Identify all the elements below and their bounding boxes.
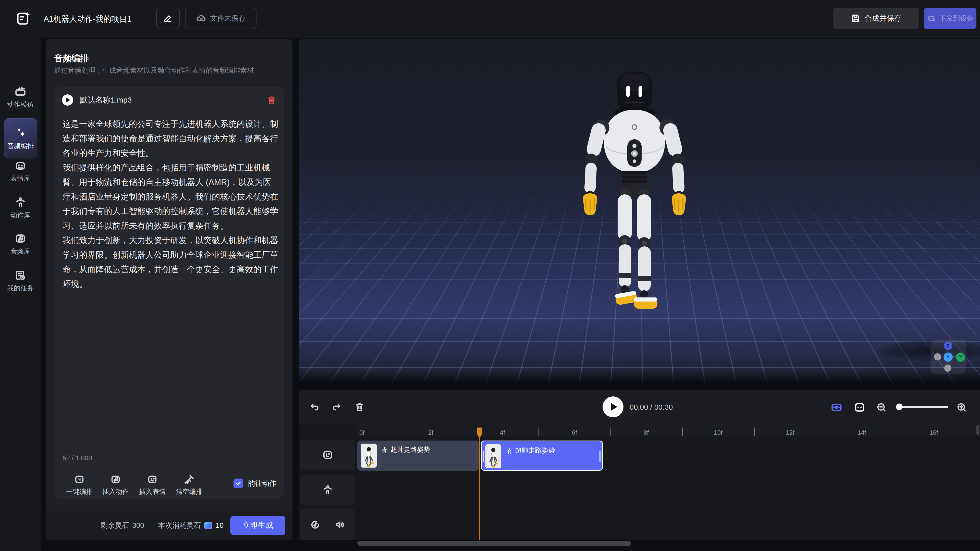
playhead-line[interactable] xyxy=(479,428,480,540)
gizmo-x-axis[interactable]: X xyxy=(956,353,965,362)
clear-arrange-button[interactable]: 清空编排 xyxy=(176,474,202,496)
player-bar: 00:00 / 00:30 xyxy=(299,390,980,424)
rhythm-motion-toggle[interactable]: 韵律动作 xyxy=(234,478,277,488)
robot-3d-viewport[interactable]: Z Y X xyxy=(299,39,980,389)
insert-expression-button[interactable]: 插入表情 xyxy=(139,474,165,496)
cloud-x-icon xyxy=(196,13,207,24)
sidebar-item-audio-arrange[interactable]: 音频编排 xyxy=(4,118,37,159)
expression-track-header[interactable] xyxy=(300,440,355,470)
gizmo-neg-x-axis[interactable] xyxy=(934,353,941,360)
ruler-label: 2f xyxy=(428,429,433,436)
script-paragraph: 我们提供样化的产品组合，包括用于精密制造的工业机械臂、用于物流和仓储的自主移动机… xyxy=(62,160,278,233)
panel-title: 音频编排 xyxy=(54,52,89,64)
sidebar-item-motion-mimic[interactable]: 动作模仿 xyxy=(0,86,41,109)
timeline-v-scrollbar[interactable] xyxy=(977,425,979,435)
undo-icon[interactable] xyxy=(310,402,320,412)
app-logo-icon xyxy=(16,11,32,27)
rhythm-disc-icon xyxy=(310,519,321,530)
ruler-tick xyxy=(611,427,611,436)
horizontal-fit-icon[interactable] xyxy=(854,402,865,413)
slider-knob[interactable] xyxy=(896,403,903,410)
timeline-clip-selected[interactable]: 超帅走路姿势 xyxy=(481,441,603,471)
clip-label-row: 超帅走路姿势 xyxy=(505,446,555,455)
ruler-label: 6f xyxy=(572,429,577,436)
ruler-label: 8f xyxy=(644,429,649,436)
cost-stones-label: 本次消耗灵石 xyxy=(158,521,201,530)
script-text[interactable]: 这是一家全球领先的公司专注于先进机器人系统的设计、制造和部署我们的使命是通过智能… xyxy=(62,117,278,291)
zoom-in-icon[interactable] xyxy=(956,402,967,413)
clip-trim-handle-left[interactable] xyxy=(484,451,484,462)
orientation-gizmo[interactable]: Z Y X xyxy=(931,340,966,374)
motion-track-header[interactable] xyxy=(300,475,355,505)
ruler-tick xyxy=(538,427,539,436)
ruler-label: 12f xyxy=(786,429,794,436)
clip-trim-handle-right[interactable] xyxy=(600,451,600,462)
one-key-arrange-button[interactable]: AI 一键编排 xyxy=(66,474,93,496)
timeline-ruler[interactable]: 0f 2f 4f 6f 8f 10f 12f 14f 16f xyxy=(356,424,980,437)
fit-clip-icon[interactable] xyxy=(831,402,842,413)
check-icon xyxy=(235,480,242,487)
broom-icon xyxy=(184,474,194,485)
clip-thumbnail-image xyxy=(485,445,501,468)
timeline-clip[interactable]: 超帅走路姿势 xyxy=(357,441,479,471)
timeline-h-scrollbar[interactable] xyxy=(357,541,631,546)
ruler-tick xyxy=(970,427,970,436)
panel-subtitle: 通过音频处理，生成音频素材以及融合动作和表情的音频编排素材 xyxy=(54,66,279,75)
floor-reflection-band xyxy=(299,371,980,389)
gizmo-neg-z-axis[interactable] xyxy=(944,365,951,372)
person-arms-out-icon xyxy=(322,484,333,495)
playhead-marker[interactable] xyxy=(476,427,483,439)
timeline-zoom-slider[interactable] xyxy=(897,406,948,408)
remaining-stones-label: 剩余灵石 xyxy=(100,521,129,530)
insert-motion-button[interactable]: 插入动作 xyxy=(102,474,129,496)
sidebar-item-motion-library[interactable]: 动作库 xyxy=(0,197,41,220)
clip-thumbnail xyxy=(361,444,377,468)
gizmo-z-axis[interactable]: Z xyxy=(944,341,953,350)
sidebar-item-audio-library[interactable]: 音频库 xyxy=(0,233,41,256)
insert-motion-icon xyxy=(110,474,121,485)
audio-play-button[interactable] xyxy=(62,94,73,106)
audio-track-header[interactable] xyxy=(300,510,355,540)
person-icon xyxy=(14,197,26,208)
action-label: 插入动作 xyxy=(102,487,129,496)
ruler-tick xyxy=(754,427,755,436)
redo-icon[interactable] xyxy=(331,402,342,412)
char-counter: 52 / 1,000 xyxy=(62,454,92,462)
walking-person-icon xyxy=(381,446,388,453)
action-label: 清空编排 xyxy=(176,487,202,496)
music-box-icon xyxy=(14,233,26,245)
rename-project-button[interactable] xyxy=(156,8,180,29)
remaining-stones-value: 300 xyxy=(132,521,144,530)
clip-label: 超帅走路姿势 xyxy=(515,446,555,455)
generate-footer: 剩余灵石 300 本次消耗灵石 10 立即生成 xyxy=(46,511,293,540)
gizmo-y-axis[interactable]: Y xyxy=(943,353,953,362)
play-icon xyxy=(66,98,70,102)
deploy-to-device-button[interactable]: 下发到设备 xyxy=(924,8,977,29)
ai-icon: AI xyxy=(74,474,85,485)
sidebar-item-label: 我的任务 xyxy=(7,284,34,292)
audio-arrange-panel: 音频编排 通过音频处理，生成音频素材以及融合动作和表情的音频编排素材 默认名称1… xyxy=(46,39,293,511)
ruler-label: 0f xyxy=(360,429,364,436)
ruler-tick xyxy=(467,427,467,436)
sidebar-item-my-tasks[interactable]: 我的任务 xyxy=(0,269,41,292)
generate-now-button[interactable]: 立即生成 xyxy=(230,516,285,535)
face-wink-icon xyxy=(322,449,333,460)
play-button[interactable] xyxy=(603,396,624,417)
pencil-icon xyxy=(163,14,172,23)
speaker-icon xyxy=(334,519,346,530)
delete-clip-icon[interactable] xyxy=(354,402,365,412)
synthesize-save-label: 合成并保存 xyxy=(865,13,902,24)
sidebar-item-label: 表情库 xyxy=(11,174,30,183)
delete-audio-icon[interactable] xyxy=(267,95,277,105)
ruler-tick xyxy=(826,427,826,436)
rhythm-checkbox[interactable] xyxy=(234,478,243,488)
file-save-status[interactable]: 文件未保存 xyxy=(185,8,256,29)
svg-text:AI: AI xyxy=(78,478,81,482)
ruler-tick xyxy=(395,427,395,436)
ruler-tick xyxy=(898,427,898,436)
zoom-out-icon[interactable] xyxy=(876,402,887,413)
synthesize-save-button[interactable]: 合成并保存 xyxy=(833,8,919,29)
sidebar-item-expression-library[interactable]: 表情库 xyxy=(0,160,41,183)
sidebar-item-label: 音频编排 xyxy=(7,141,34,151)
action-label: 一键编排 xyxy=(66,487,93,496)
